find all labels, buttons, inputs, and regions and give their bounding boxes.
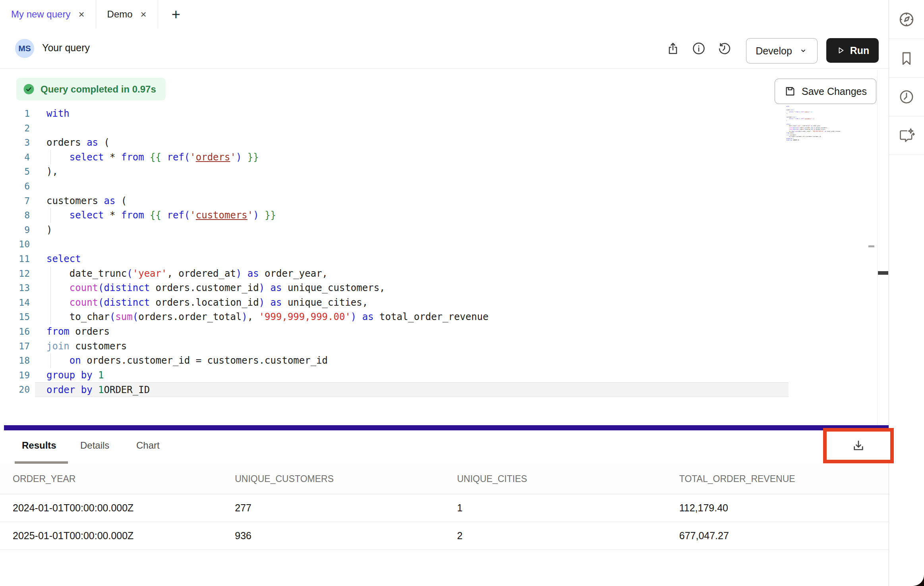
code-line[interactable] <box>35 121 789 136</box>
code-line[interactable]: join customers <box>35 339 789 354</box>
line-number: 11 <box>0 252 30 266</box>
line-number: 6 <box>0 179 30 194</box>
indent-guide <box>50 353 51 368</box>
close-tab-icon[interactable]: × <box>78 9 84 19</box>
code-line[interactable]: date_trunc('year', ordered_at) as order_… <box>35 266 789 281</box>
code-line[interactable]: order by 1ORDER_ID <box>785 139 877 141</box>
code-line[interactable] <box>35 179 789 194</box>
compass-icon[interactable] <box>889 0 924 39</box>
table-header-row: ORDER_YEARUNIQUE_CUSTOMERSUNIQUE_CITIEST… <box>0 464 889 494</box>
chat-sparkles-icon[interactable] <box>889 116 924 155</box>
code-line[interactable]: on orders.customer_id = customers.custom… <box>35 353 789 368</box>
download-icon[interactable] <box>851 438 866 453</box>
info-icon[interactable] <box>691 40 707 56</box>
download-annotation-box <box>823 428 894 463</box>
query-status-badge: Query completed in 0.97s <box>16 78 166 100</box>
run-button[interactable]: Run <box>826 38 879 63</box>
results-table: ORDER_YEARUNIQUE_CUSTOMERSUNIQUE_CITIEST… <box>0 464 889 550</box>
column-header: ORDER_YEAR <box>0 464 222 494</box>
table-row[interactable]: 2024-01-01T00:00:00.000Z2771112,179.40 <box>0 494 889 522</box>
line-number: 12 <box>0 266 30 281</box>
tab-label: Demo <box>107 9 133 20</box>
tab-demo[interactable]: Demo × <box>96 0 158 29</box>
table-cell: 2024-01-01T00:00:00.000Z <box>0 494 222 522</box>
line-number: 17 <box>0 339 30 354</box>
line-number: 4 <box>0 150 30 165</box>
code-line[interactable]: ) <box>35 223 789 237</box>
indent-guide <box>50 150 51 165</box>
table-cell: 1 <box>445 494 667 522</box>
right-sidebar <box>889 0 924 586</box>
results-tab-details[interactable]: Details <box>80 440 109 451</box>
save-label: Save Changes <box>802 86 867 97</box>
code-line[interactable]: ), <box>35 164 789 179</box>
code-editor[interactable]: withorders as ( select * from {{ ref('or… <box>35 106 789 397</box>
line-number: 3 <box>0 135 30 150</box>
code-line[interactable]: select <box>35 252 789 266</box>
avatar: MS <box>15 39 34 58</box>
code-line[interactable]: order by 1ORDER_ID <box>35 382 789 397</box>
pane-divider-bar[interactable] <box>4 425 889 430</box>
table-cell: 2 <box>445 522 667 550</box>
column-header: TOTAL_ORDER_REVENUE <box>667 464 889 494</box>
line-number: 8 <box>0 208 30 223</box>
query-header: MS Your query Develop Run <box>0 29 889 69</box>
tab-label: My new query <box>11 9 70 20</box>
bookmark-icon[interactable] <box>889 39 924 78</box>
line-number: 9 <box>0 223 30 237</box>
code-minimap[interactable]: withorders as ( select * from {{ ref('or… <box>785 106 877 157</box>
results-tab-bar: ResultsDetailsChart <box>0 430 889 464</box>
tab-my-new-query[interactable]: My new query × <box>0 0 96 29</box>
history-icon[interactable] <box>717 40 733 56</box>
new-tab-button[interactable]: + <box>158 0 194 29</box>
line-number: 15 <box>0 310 30 324</box>
table-cell: 112,179.40 <box>667 494 889 522</box>
page-title: Your query <box>42 42 90 54</box>
editor-scrollbar-track <box>877 70 878 425</box>
close-tab-icon[interactable]: × <box>141 9 147 19</box>
table-cell: 677,047.27 <box>667 522 889 550</box>
line-number: 5 <box>0 164 30 179</box>
table-cell: 2025-01-01T00:00:00.000Z <box>0 522 222 550</box>
develop-dropdown[interactable]: Develop <box>746 38 818 64</box>
code-line[interactable]: from orders <box>35 324 789 339</box>
window-rounded-corner <box>896 568 924 586</box>
code-line[interactable]: count(distinct orders.customer_id) as un… <box>35 281 789 295</box>
table-row[interactable]: 2025-01-01T00:00:00.000Z9362677,047.27 <box>0 522 889 550</box>
editor-tab-bar: My new query × Demo × + <box>0 0 889 29</box>
code-line[interactable]: count(distinct orders.location_id) as un… <box>35 295 789 310</box>
code-line[interactable]: orders as ( <box>35 135 789 150</box>
status-text: Query completed in 0.97s <box>41 84 156 95</box>
save-changes-button[interactable]: Save Changes <box>775 79 876 104</box>
line-number: 14 <box>0 295 30 310</box>
line-number: 13 <box>0 281 30 295</box>
code-line[interactable]: select * from {{ ref('customers') }} <box>35 208 789 223</box>
column-header: UNIQUE_CUSTOMERS <box>222 464 444 494</box>
share-icon[interactable] <box>665 40 681 56</box>
chevron-down-icon <box>798 46 808 56</box>
code-line[interactable]: with <box>35 106 789 121</box>
line-number: 10 <box>0 237 30 252</box>
code-line[interactable]: to_char(sum(orders.order_total), '999,99… <box>35 310 789 324</box>
indent-guide <box>50 266 51 281</box>
code-line[interactable]: group by 1 <box>35 368 789 383</box>
clock-icon[interactable] <box>889 77 924 116</box>
code-line[interactable]: customers as ( <box>35 194 789 208</box>
line-number: 20 <box>0 382 30 397</box>
indent-guide <box>50 281 51 295</box>
results-tab-results[interactable]: Results <box>22 440 56 451</box>
table-cell: 936 <box>222 522 444 550</box>
code-line[interactable] <box>35 237 789 252</box>
panel-resize-handle[interactable] <box>878 271 888 275</box>
check-circle-icon <box>23 83 35 95</box>
scrollbar-marker <box>868 245 874 247</box>
code-line[interactable]: select * from {{ ref('orders') }} <box>35 150 789 165</box>
results-tab-chart[interactable]: Chart <box>136 440 160 451</box>
line-number-gutter: 1234567891011121314151617181920 <box>0 106 30 397</box>
line-number: 7 <box>0 194 30 208</box>
develop-label: Develop <box>756 45 792 57</box>
indent-guide <box>50 208 51 223</box>
run-label: Run <box>850 45 870 56</box>
table-cell: 277 <box>222 494 444 522</box>
line-number: 2 <box>0 121 30 136</box>
